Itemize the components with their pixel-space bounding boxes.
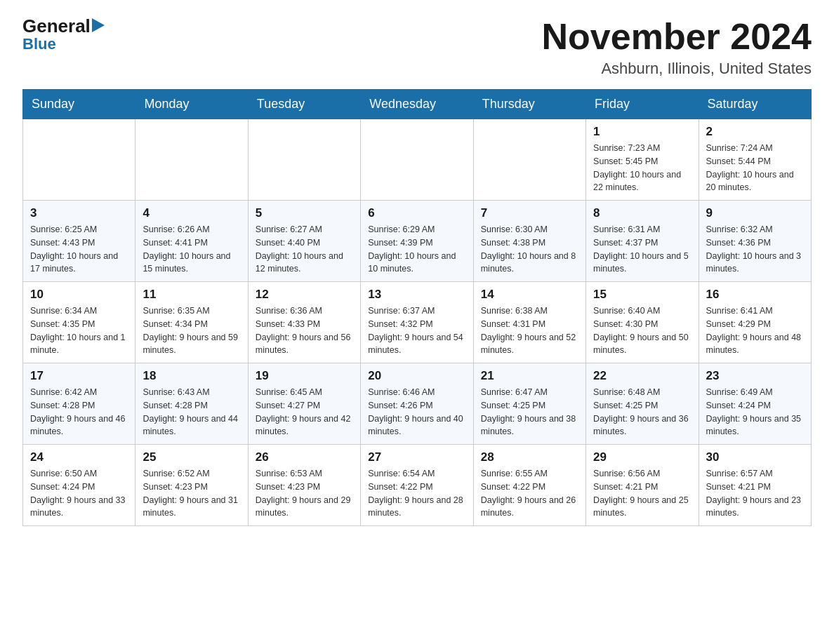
day-number: 22 <box>593 369 691 383</box>
calendar-cell: 12Sunrise: 6:36 AM Sunset: 4:33 PM Dayli… <box>248 282 360 363</box>
calendar-cell: 3Sunrise: 6:25 AM Sunset: 4:43 PM Daylig… <box>23 201 135 282</box>
day-info: Sunrise: 6:36 AM Sunset: 4:33 PM Dayligh… <box>256 304 353 357</box>
month-title: November 2024 <box>542 17 812 57</box>
day-info: Sunrise: 6:25 AM Sunset: 4:43 PM Dayligh… <box>30 223 128 276</box>
day-info: Sunrise: 6:48 AM Sunset: 4:25 PM Dayligh… <box>593 386 691 438</box>
calendar-week-row: 3Sunrise: 6:25 AM Sunset: 4:43 PM Daylig… <box>23 201 812 282</box>
day-number: 3 <box>30 206 128 220</box>
weekday-header-wednesday: Wednesday <box>361 90 473 119</box>
day-number: 1 <box>593 125 691 139</box>
day-number: 19 <box>256 369 353 383</box>
weekday-header-sunday: Sunday <box>23 90 135 119</box>
weekday-header-friday: Friday <box>586 90 699 119</box>
day-number: 29 <box>593 450 691 464</box>
calendar-cell: 17Sunrise: 6:42 AM Sunset: 4:28 PM Dayli… <box>23 363 135 445</box>
calendar-week-row: 17Sunrise: 6:42 AM Sunset: 4:28 PM Dayli… <box>23 363 812 445</box>
logo: General Blue <box>22 17 105 53</box>
calendar-cell: 2Sunrise: 7:24 AM Sunset: 5:44 PM Daylig… <box>699 119 811 201</box>
day-number: 25 <box>143 450 240 464</box>
day-number: 2 <box>706 125 804 139</box>
day-number: 16 <box>706 288 804 302</box>
day-info: Sunrise: 6:47 AM Sunset: 4:25 PM Dayligh… <box>481 386 578 438</box>
day-info: Sunrise: 6:27 AM Sunset: 4:40 PM Dayligh… <box>256 223 353 276</box>
calendar-cell: 11Sunrise: 6:35 AM Sunset: 4:34 PM Dayli… <box>135 282 248 363</box>
calendar-cell <box>248 119 360 201</box>
day-number: 4 <box>143 206 240 220</box>
day-info: Sunrise: 6:41 AM Sunset: 4:29 PM Dayligh… <box>706 304 804 357</box>
weekday-header-saturday: Saturday <box>699 90 811 119</box>
day-number: 6 <box>368 206 465 220</box>
calendar-cell: 23Sunrise: 6:49 AM Sunset: 4:24 PM Dayli… <box>699 363 811 445</box>
day-info: Sunrise: 6:52 AM Sunset: 4:23 PM Dayligh… <box>143 467 240 520</box>
day-info: Sunrise: 6:50 AM Sunset: 4:24 PM Dayligh… <box>30 467 128 520</box>
calendar-cell: 10Sunrise: 6:34 AM Sunset: 4:35 PM Dayli… <box>23 282 135 363</box>
calendar-cell <box>135 119 248 201</box>
day-number: 21 <box>481 369 578 383</box>
calendar-cell: 29Sunrise: 6:56 AM Sunset: 4:21 PM Dayli… <box>586 445 699 526</box>
calendar-cell: 19Sunrise: 6:45 AM Sunset: 4:27 PM Dayli… <box>248 363 360 445</box>
calendar-cell: 5Sunrise: 6:27 AM Sunset: 4:40 PM Daylig… <box>248 201 360 282</box>
day-info: Sunrise: 6:57 AM Sunset: 4:21 PM Dayligh… <box>706 467 804 520</box>
logo-general-text: General <box>22 17 105 35</box>
day-info: Sunrise: 7:23 AM Sunset: 5:45 PM Dayligh… <box>593 142 691 194</box>
day-info: Sunrise: 6:53 AM Sunset: 4:23 PM Dayligh… <box>256 467 353 520</box>
day-number: 15 <box>593 288 691 302</box>
calendar-header-row: SundayMondayTuesdayWednesdayThursdayFrid… <box>23 90 812 119</box>
calendar-cell: 13Sunrise: 6:37 AM Sunset: 4:32 PM Dayli… <box>361 282 473 363</box>
day-info: Sunrise: 6:56 AM Sunset: 4:21 PM Dayligh… <box>593 467 691 520</box>
day-info: Sunrise: 6:45 AM Sunset: 4:27 PM Dayligh… <box>256 386 353 438</box>
calendar-cell: 21Sunrise: 6:47 AM Sunset: 4:25 PM Dayli… <box>473 363 585 445</box>
day-number: 5 <box>256 206 353 220</box>
day-info: Sunrise: 6:40 AM Sunset: 4:30 PM Dayligh… <box>593 304 691 357</box>
day-number: 26 <box>256 450 353 464</box>
calendar-cell <box>473 119 585 201</box>
day-info: Sunrise: 6:29 AM Sunset: 4:39 PM Dayligh… <box>368 223 465 276</box>
day-number: 13 <box>368 288 465 302</box>
day-number: 24 <box>30 450 128 464</box>
calendar-cell: 15Sunrise: 6:40 AM Sunset: 4:30 PM Dayli… <box>586 282 699 363</box>
calendar-cell <box>361 119 473 201</box>
day-number: 7 <box>481 206 578 220</box>
day-number: 18 <box>143 369 240 383</box>
day-number: 27 <box>368 450 465 464</box>
day-info: Sunrise: 6:31 AM Sunset: 4:37 PM Dayligh… <box>593 223 691 276</box>
day-number: 28 <box>481 450 578 464</box>
calendar-cell: 24Sunrise: 6:50 AM Sunset: 4:24 PM Dayli… <box>23 445 135 526</box>
day-number: 20 <box>368 369 465 383</box>
location-subtitle: Ashburn, Illinois, United States <box>542 60 812 78</box>
calendar-cell: 7Sunrise: 6:30 AM Sunset: 4:38 PM Daylig… <box>473 201 585 282</box>
calendar-cell: 27Sunrise: 6:54 AM Sunset: 4:22 PM Dayli… <box>361 445 473 526</box>
calendar-cell: 18Sunrise: 6:43 AM Sunset: 4:28 PM Dayli… <box>135 363 248 445</box>
calendar-cell: 16Sunrise: 6:41 AM Sunset: 4:29 PM Dayli… <box>699 282 811 363</box>
day-info: Sunrise: 6:54 AM Sunset: 4:22 PM Dayligh… <box>368 467 465 520</box>
calendar-cell <box>23 119 135 201</box>
weekday-header-thursday: Thursday <box>473 90 585 119</box>
day-info: Sunrise: 6:30 AM Sunset: 4:38 PM Dayligh… <box>481 223 578 276</box>
calendar-cell: 25Sunrise: 6:52 AM Sunset: 4:23 PM Dayli… <box>135 445 248 526</box>
day-number: 11 <box>143 288 240 302</box>
calendar-cell: 9Sunrise: 6:32 AM Sunset: 4:36 PM Daylig… <box>699 201 811 282</box>
calendar-cell: 1Sunrise: 7:23 AM Sunset: 5:45 PM Daylig… <box>586 119 699 201</box>
day-info: Sunrise: 6:32 AM Sunset: 4:36 PM Dayligh… <box>706 223 804 276</box>
svg-marker-0 <box>92 18 105 32</box>
day-number: 14 <box>481 288 578 302</box>
page-header: General Blue November 2024 Ashburn, Illi… <box>22 17 812 78</box>
calendar-cell: 14Sunrise: 6:38 AM Sunset: 4:31 PM Dayli… <box>473 282 585 363</box>
day-info: Sunrise: 6:37 AM Sunset: 4:32 PM Dayligh… <box>368 304 465 357</box>
day-info: Sunrise: 6:55 AM Sunset: 4:22 PM Dayligh… <box>481 467 578 520</box>
day-number: 10 <box>30 288 128 302</box>
day-number: 12 <box>256 288 353 302</box>
day-info: Sunrise: 6:43 AM Sunset: 4:28 PM Dayligh… <box>143 386 240 438</box>
title-block: November 2024 Ashburn, Illinois, United … <box>542 17 812 78</box>
logo-blue-text: Blue <box>22 35 56 53</box>
day-info: Sunrise: 6:26 AM Sunset: 4:41 PM Dayligh… <box>143 223 240 276</box>
day-number: 17 <box>30 369 128 383</box>
calendar-week-row: 10Sunrise: 6:34 AM Sunset: 4:35 PM Dayli… <box>23 282 812 363</box>
calendar-cell: 4Sunrise: 6:26 AM Sunset: 4:41 PM Daylig… <box>135 201 248 282</box>
calendar-cell: 20Sunrise: 6:46 AM Sunset: 4:26 PM Dayli… <box>361 363 473 445</box>
weekday-header-monday: Monday <box>135 90 248 119</box>
day-info: Sunrise: 7:24 AM Sunset: 5:44 PM Dayligh… <box>706 142 804 194</box>
calendar-cell: 28Sunrise: 6:55 AM Sunset: 4:22 PM Dayli… <box>473 445 585 526</box>
day-info: Sunrise: 6:46 AM Sunset: 4:26 PM Dayligh… <box>368 386 465 438</box>
calendar-table: SundayMondayTuesdayWednesdayThursdayFrid… <box>22 89 812 526</box>
